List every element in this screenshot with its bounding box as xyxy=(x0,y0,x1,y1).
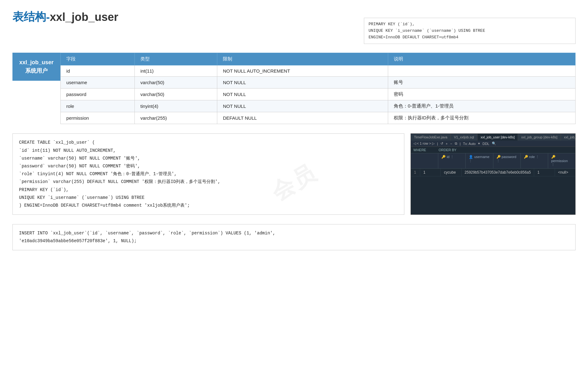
col-header-constraint: 限制 xyxy=(217,53,388,65)
cell-field-2: password xyxy=(61,89,135,100)
insert-sql-line-1: 'e10adc3949ba59abbe56e057f20f883e', 1, N… xyxy=(19,237,569,245)
db-cell-username: cycube xyxy=(441,169,461,176)
db-tab-4[interactable]: xxl_job_log_report [dev-k8s xyxy=(561,134,575,141)
db-filter-row: WHERE ORDER BY xyxy=(411,147,575,153)
db-cell-role: 1 xyxy=(534,169,555,176)
create-sql-line-5: `permission` varchar(255) DEFAULT NULL C… xyxy=(19,178,398,186)
top-sql-box: PRIMARY KEY (`id`), UNIQUE KEY `i_userna… xyxy=(364,18,576,44)
create-sql-line-3: `password` varchar(50) NOT NULL COMMENT … xyxy=(19,162,398,170)
table-row: passwordvarchar(50)NOT NULL密码 xyxy=(61,89,576,100)
db-row-num: 1 xyxy=(411,169,420,176)
db-data-row: 1 1 cycube 25929b57b437053e7dab7e6eb0c85… xyxy=(411,169,575,176)
db-cell-password: 25929b57b437053e7dab7e6eb0c856a5 xyxy=(462,169,534,176)
rows-label: 1 row xyxy=(420,142,428,145)
db-tab-3[interactable]: xxl_job_group [dev-k8s] xyxy=(518,134,561,141)
cell-desc-1: 账号 xyxy=(388,77,576,89)
create-sql-line-0: CREATE TABLE `xxl_job_user` ( xyxy=(19,139,398,146)
table-row: permissionvarchar(255)DEFAULT NULL权限：执行器… xyxy=(61,112,576,124)
col-header-desc: 说明 xyxy=(388,53,576,65)
db-screenshot: TimeFlowJobExe.javaV1_xxljob.sqlxxl_job_… xyxy=(411,133,576,215)
insert-sql-section: INSERT INTO `xxl_job_user`(`id`, `userna… xyxy=(12,224,576,250)
db-tab-1[interactable]: V1_xxljob.sql xyxy=(451,134,477,141)
toolbar-sep3: ▾ xyxy=(478,142,480,146)
toolbar-search[interactable]: 🔍 xyxy=(492,142,496,146)
cell-constraint-0: NOT NULL AUTO_INCREMENT xyxy=(217,65,388,77)
db-tab-2[interactable]: xxl_job_user [dev-k8s] xyxy=(477,134,518,141)
table-label: xxl_job_user 系统用户 xyxy=(12,53,60,81)
create-sql-line-2: `username` varchar(50) NOT NULL COMMENT … xyxy=(19,155,398,162)
toolbar-copy[interactable]: ⧉ xyxy=(455,142,457,146)
db-cell-permission: <null> xyxy=(555,169,575,176)
cell-field-4: permission xyxy=(61,112,135,124)
top-sql-line-1: PRIMARY KEY (`id`), xyxy=(369,21,571,28)
col-header-field: 字段 xyxy=(61,53,135,65)
top-sql-line-2: UNIQUE KEY `i_username` (`username`) USI… xyxy=(369,28,571,34)
toolbar-minus[interactable]: − xyxy=(450,142,452,146)
db-col-id: 🔑 id ⋮ xyxy=(438,153,466,168)
cell-type-3: tinyint(4) xyxy=(135,100,217,112)
title-separator: - xyxy=(46,11,50,24)
create-sql-box: CREATE TABLE `xxl_job_user` ( `id` int(1… xyxy=(12,133,404,215)
table-label-line1: xxl_job_user xyxy=(19,58,54,67)
create-sql-line-6: PRIMARY KEY (`id`), xyxy=(19,186,398,194)
title-english: xxl_job_user xyxy=(50,11,118,24)
cell-type-2: varchar(50) xyxy=(135,89,217,100)
create-sql-line-8: ) ENGINE=InnoDB DEFAULT CHARSET=utf8mb4 … xyxy=(19,202,398,209)
toolbar-sep1: | xyxy=(437,142,438,146)
db-cell-id: 1 xyxy=(420,169,441,176)
db-col-username: 👤 username ⋮ xyxy=(466,153,493,168)
cell-desc-0 xyxy=(388,65,576,77)
create-sql-line-4: `role` tinyint(4) NOT NULL COMMENT '角色：0… xyxy=(19,170,398,178)
db-col-permission: 🔑 permission ⋮ xyxy=(548,153,575,168)
toolbar-ddl[interactable]: DDL xyxy=(482,142,489,146)
toolbar-tx: Tx: Auto xyxy=(463,142,476,146)
table-row: roletinyint(4)NOT NULL角色：0-普通用户、1-管理员 xyxy=(61,100,576,112)
db-col-password: 🔑 password ⋮ xyxy=(493,153,521,168)
table-row: idint(11)NOT NULL AUTO_INCREMENT xyxy=(61,65,576,77)
filter-order[interactable]: ORDER BY xyxy=(439,148,456,152)
cell-constraint-1: NOT NULL xyxy=(217,77,388,89)
cell-constraint-3: NOT NULL xyxy=(217,100,388,112)
filter-where[interactable]: WHERE xyxy=(413,148,426,152)
bottom-section: CREATE TABLE `xxl_job_user` ( `id` int(1… xyxy=(12,133,576,215)
cell-desc-3: 角色：0-普通用户、1-管理员 xyxy=(388,100,576,112)
table-structure-section: xxl_job_user 系统用户 字段 类型 限制 说明 idint(11)N… xyxy=(12,53,576,124)
cell-desc-4: 权限：执行器ID列表，多个逗号分割 xyxy=(388,112,576,124)
cell-constraint-4: DEFAULT NULL xyxy=(217,112,388,124)
cell-field-0: id xyxy=(61,65,135,77)
toolbar-rows: ◁ < 1 row > ▷ xyxy=(413,142,435,146)
db-col-role: 🔑 role ⋮ xyxy=(521,153,548,168)
insert-sql-line-0: INSERT INTO `xxl_job_user`(`id`, `userna… xyxy=(19,229,569,237)
table-row: usernamevarchar(50)NOT NULL账号 xyxy=(61,77,576,89)
col-header-type: 类型 xyxy=(135,53,217,65)
cell-type-1: varchar(50) xyxy=(135,77,217,89)
create-sql-line-1: `id` int(11) NOT NULL AUTO_INCREMENT, xyxy=(19,147,398,155)
top-sql-line-3: ENGINE=InnoDB DEFAULT CHARSET=utf8mb4 xyxy=(369,34,571,41)
toolbar-sep2: | xyxy=(460,142,461,146)
db-tab-0[interactable]: TimeFlowJobExe.java xyxy=(411,134,451,141)
cell-type-0: int(11) xyxy=(135,65,217,77)
toolbar-add[interactable]: + xyxy=(446,142,448,146)
cell-field-3: role xyxy=(61,100,135,112)
db-table-header: 🔑 id ⋮ 👤 username ⋮ 🔑 password ⋮ 🔑 role … xyxy=(411,153,575,169)
db-tabs: TimeFlowJobExe.javaV1_xxljob.sqlxxl_job_… xyxy=(411,134,575,141)
cell-constraint-2: NOT NULL xyxy=(217,89,388,100)
db-col-num xyxy=(411,153,438,168)
db-toolbar: ◁ < 1 row > ▷ | ↺ + − ⧉ | Tx: Auto ▾ DDL… xyxy=(411,141,575,147)
title-chinese: 表结构 xyxy=(12,9,46,25)
table-label-line2: 系统用户 xyxy=(19,67,54,75)
cell-field-1: username xyxy=(61,77,135,89)
cell-type-4: varchar(255) xyxy=(135,112,217,124)
create-sql-line-7: UNIQUE KEY `i_username` (`username`) USI… xyxy=(19,194,398,202)
cell-desc-2: 密码 xyxy=(388,89,576,100)
toolbar-refresh[interactable]: ↺ xyxy=(440,142,443,146)
structure-table: 字段 类型 限制 说明 idint(11)NOT NULL AUTO_INCRE… xyxy=(60,53,576,124)
